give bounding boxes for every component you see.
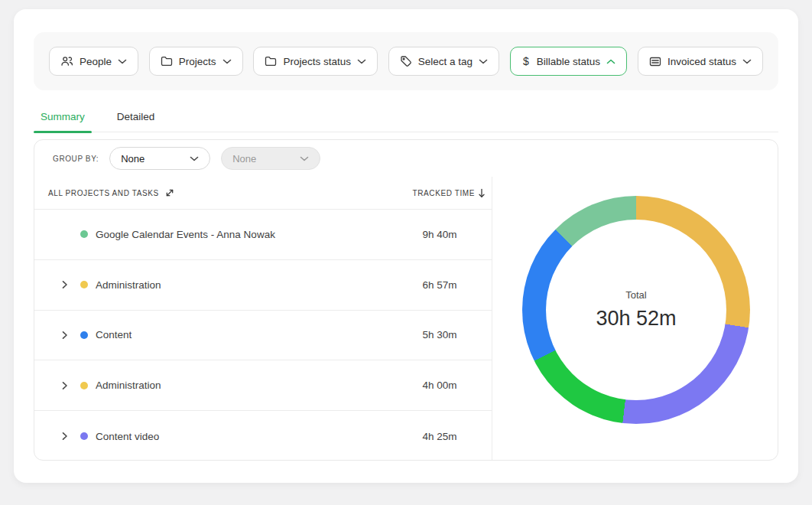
project-name: Content video bbox=[96, 431, 394, 442]
project-color-dot bbox=[80, 382, 88, 389]
chevron-down-icon bbox=[479, 59, 488, 64]
filter-label: Projects status bbox=[283, 56, 351, 67]
folder-icon bbox=[265, 56, 277, 67]
chevron-right-icon[interactable] bbox=[60, 432, 69, 441]
project-color-dot bbox=[80, 331, 88, 339]
chevron-slot bbox=[60, 280, 77, 289]
group-by-row: GROUP BY: None None bbox=[34, 140, 778, 177]
table-row[interactable]: Administration 4h 00m bbox=[34, 360, 492, 411]
report-panel: GROUP BY: None None ALL PROJECTS AND TAS… bbox=[34, 139, 778, 461]
chevron-up-icon bbox=[606, 59, 615, 64]
column-projects-header[interactable]: ALL PROJECTS AND TASKS bbox=[48, 188, 394, 197]
filter-tag-button[interactable]: Select a tag bbox=[388, 47, 499, 76]
donut-chart: Total 30h 52m bbox=[522, 196, 750, 424]
filter-billable-status-button[interactable]: $ Billable status bbox=[510, 47, 627, 76]
folder-icon bbox=[161, 56, 173, 67]
column-label: ALL PROJECTS AND TASKS bbox=[48, 189, 159, 197]
chart-area: Total 30h 52m bbox=[492, 177, 778, 461]
panel-body: ALL PROJECTS AND TASKS TRACKED TIME bbox=[34, 177, 778, 461]
projects-table: ALL PROJECTS AND TASKS TRACKED TIME bbox=[34, 177, 492, 461]
total-value: 30h 52m bbox=[596, 307, 676, 331]
chevron-down-icon bbox=[300, 156, 309, 161]
tab-detailed[interactable]: Detailed bbox=[110, 101, 162, 132]
project-name: Content bbox=[96, 329, 394, 340]
total-label: Total bbox=[625, 289, 646, 301]
tracked-time: 5h 30m bbox=[394, 329, 486, 340]
filter-label: Invoiced status bbox=[667, 56, 736, 67]
chevron-right-icon[interactable] bbox=[60, 331, 69, 340]
tracked-time: 9h 40m bbox=[394, 229, 486, 240]
table-row[interactable]: Google Calendar Events - Anna Nowak 9h 4… bbox=[34, 210, 492, 260]
tracked-time: 4h 25m bbox=[394, 431, 486, 442]
table-row[interactable]: Content video 4h 25m bbox=[34, 411, 492, 461]
report-card: People Projects Projects status bbox=[14, 9, 798, 483]
chevron-down-icon bbox=[118, 59, 127, 64]
column-label: TRACKED TIME bbox=[413, 189, 475, 197]
filter-label: Select a tag bbox=[418, 56, 473, 67]
table-row[interactable]: Content 5h 30m bbox=[34, 311, 492, 361]
report-tabs: Summary Detailed bbox=[34, 101, 778, 132]
filter-label: People bbox=[80, 56, 112, 67]
filter-label: Projects bbox=[179, 56, 216, 67]
chevron-slot bbox=[60, 331, 77, 340]
project-color-dot bbox=[80, 230, 88, 238]
project-name: Administration bbox=[96, 380, 394, 391]
group-by-primary-select[interactable]: None bbox=[109, 147, 210, 170]
donut-center: Total 30h 52m bbox=[546, 220, 726, 400]
filter-projects-button[interactable]: Projects bbox=[149, 47, 243, 76]
chevron-down-icon bbox=[222, 59, 232, 64]
column-tracked-time-header[interactable]: TRACKED TIME bbox=[394, 188, 486, 198]
chevron-down-icon bbox=[357, 59, 366, 64]
people-icon bbox=[60, 55, 73, 67]
filter-bar: People Projects Projects status bbox=[34, 32, 778, 90]
dollar-icon: $ bbox=[521, 55, 531, 67]
group-by-label: GROUP BY: bbox=[53, 155, 99, 163]
filter-label: Billable status bbox=[537, 56, 600, 67]
tab-summary[interactable]: Summary bbox=[34, 101, 92, 132]
group-by-secondary-select: None bbox=[221, 147, 320, 170]
chevron-down-icon bbox=[190, 156, 199, 161]
sort-desc-icon bbox=[478, 188, 486, 198]
project-name: Administration bbox=[96, 279, 394, 291]
selected-value: None bbox=[232, 153, 256, 165]
filter-people-button[interactable]: People bbox=[49, 47, 138, 76]
chevron-slot bbox=[60, 432, 77, 441]
filter-invoiced-status-button[interactable]: Invoiced status bbox=[638, 47, 763, 76]
tag-icon bbox=[400, 55, 412, 67]
table-row[interactable]: Administration 6h 57m bbox=[34, 260, 492, 311]
selected-value: None bbox=[121, 153, 145, 165]
project-color-dot bbox=[80, 432, 88, 440]
project-name: Google Calendar Events - Anna Nowak bbox=[96, 229, 394, 240]
invoice-icon bbox=[649, 57, 661, 67]
table-header: ALL PROJECTS AND TASKS TRACKED TIME bbox=[34, 177, 492, 210]
project-color-dot bbox=[80, 281, 88, 288]
tracked-time: 4h 00m bbox=[394, 380, 486, 391]
chevron-right-icon[interactable] bbox=[60, 381, 69, 390]
tracked-time: 6h 57m bbox=[394, 279, 486, 291]
filter-projects-status-button[interactable]: Projects status bbox=[253, 47, 378, 76]
expand-icon[interactable] bbox=[165, 188, 174, 197]
chevron-slot bbox=[60, 381, 77, 390]
chevron-down-icon bbox=[742, 59, 752, 64]
tab-label: Summary bbox=[41, 111, 85, 122]
tab-label: Detailed bbox=[117, 111, 155, 122]
chevron-right-icon[interactable] bbox=[60, 280, 69, 289]
